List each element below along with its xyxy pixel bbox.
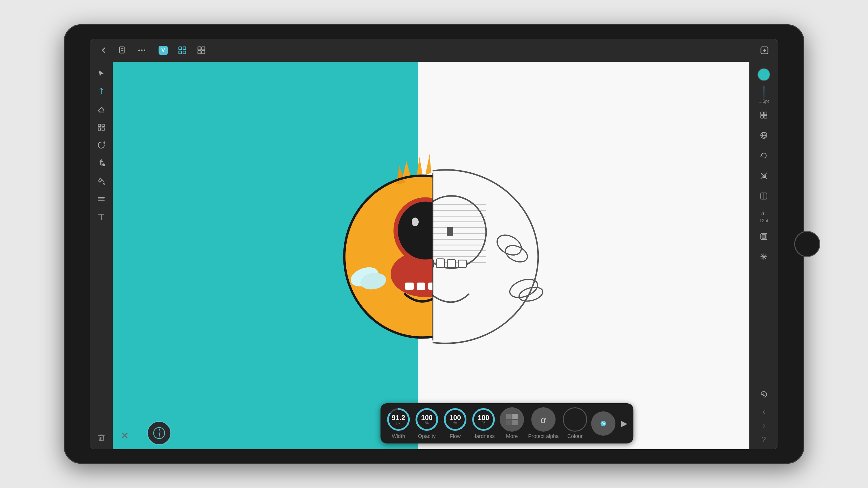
top-toolbar: V [90, 39, 778, 62]
opacity-control[interactable]: 100 % Opacity [414, 408, 439, 440]
svg-rect-38 [416, 283, 425, 290]
width-label: Width [392, 433, 405, 440]
svg-rect-86 [506, 420, 512, 425]
svg-point-41 [412, 218, 418, 226]
svg-rect-23 [98, 128, 101, 130]
svg-rect-37 [405, 283, 414, 290]
svg-rect-9 [183, 47, 186, 50]
right-panel: 1.6pt [749, 62, 778, 449]
adjust-button[interactable] [754, 187, 773, 205]
svg-rect-40 [423, 227, 429, 236]
eraser-tool[interactable] [93, 101, 110, 118]
pen-tool[interactable] [93, 83, 110, 99]
share-button[interactable] [756, 42, 773, 58]
fill-tool[interactable] [93, 155, 110, 171]
home-button[interactable] [794, 231, 820, 257]
svg-rect-85 [512, 414, 518, 419]
canvas-area[interactable]: ✕ [113, 62, 749, 449]
width-ring[interactable]: 91.2 px [386, 408, 410, 432]
select-tool[interactable] [93, 65, 110, 82]
dropper-tool[interactable] [93, 173, 110, 189]
document-button[interactable] [115, 42, 131, 58]
svg-rect-22 [102, 124, 104, 127]
character-artwork [301, 132, 561, 369]
layers-button[interactable] [193, 42, 210, 58]
hardness-ring[interactable]: 100 % [471, 408, 496, 432]
close-brush-button[interactable]: ✕ [121, 430, 129, 441]
svg-rect-10 [179, 51, 181, 54]
protect-alpha-control[interactable]: α Protect alpha [528, 408, 559, 440]
svg-rect-64 [436, 259, 444, 268]
svg-rect-11 [183, 51, 186, 54]
text-style-button[interactable]: a 12pt [754, 207, 773, 226]
svg-rect-25 [101, 162, 102, 165]
flow-control[interactable]: 100 % Flow [443, 408, 467, 440]
svg-text:a: a [761, 210, 764, 216]
brush-toolbar: 91.2 px Width [380, 403, 633, 444]
svg-point-67 [494, 231, 525, 259]
next-arrow: › [763, 421, 765, 430]
svg-point-28 [103, 183, 105, 185]
svg-rect-24 [102, 128, 104, 130]
more-button[interactable] [500, 408, 524, 432]
nav-next-button[interactable]: › [754, 419, 773, 432]
fx-button[interactable] [754, 166, 773, 185]
svg-point-26 [103, 164, 105, 166]
rotate-button[interactable] [754, 146, 773, 165]
text-tool[interactable] [93, 209, 110, 225]
active-brush-indicator[interactable] [147, 421, 171, 445]
svg-point-3 [138, 50, 140, 51]
flow-ring[interactable]: 100 % [443, 408, 467, 432]
brush-size-indicator[interactable]: 1.6pt [754, 86, 773, 104]
svg-rect-90 [764, 112, 767, 115]
text-size-label: 12pt [759, 218, 768, 224]
svg-line-27 [102, 180, 104, 182]
help-label: ? [762, 435, 766, 444]
svg-point-4 [141, 50, 142, 51]
width-control[interactable]: 91.2 px Width [386, 408, 410, 440]
expand-button[interactable]: ▶ [621, 419, 627, 428]
grid-view-button[interactable] [174, 42, 190, 58]
vectornator-logo: V [155, 42, 171, 58]
colour-button[interactable] [563, 408, 587, 432]
colour-label: Colour [567, 433, 583, 440]
nav-prev-button[interactable]: ‹ [754, 405, 773, 418]
current-color-dot[interactable] [757, 68, 770, 81]
svg-point-109 [763, 395, 764, 396]
transform-button[interactable] [754, 248, 773, 266]
grid-tool[interactable] [93, 119, 110, 135]
more-control[interactable]: More [500, 408, 524, 440]
hardness-label: Hardness [472, 433, 495, 440]
protect-alpha-button[interactable]: α [531, 408, 556, 432]
svg-text:V: V [161, 47, 165, 53]
hardness-control[interactable]: 100 % Hardness [471, 408, 496, 440]
svg-rect-66 [458, 260, 466, 268]
prev-arrow: ‹ [763, 407, 765, 416]
svg-rect-92 [764, 116, 767, 118]
layers-right-button[interactable] [754, 106, 773, 124]
help-button[interactable]: ? [754, 433, 773, 446]
opacity-ring[interactable]: 100 % [414, 408, 439, 432]
main-area: ✕ [90, 62, 778, 449]
more-button[interactable] [134, 42, 150, 58]
svg-rect-103 [762, 235, 766, 238]
flow-label: Flow [450, 433, 461, 440]
delete-tool[interactable] [93, 430, 110, 446]
color-selector[interactable] [754, 65, 773, 84]
brush-width-visual [764, 86, 765, 98]
colour-control[interactable]: Colour [563, 408, 587, 440]
back-button[interactable] [95, 42, 112, 58]
svg-rect-14 [198, 51, 201, 54]
brush-library-button[interactable] [754, 126, 773, 144]
layers-left-tool[interactable] [93, 191, 110, 207]
lasso-tool[interactable] [93, 137, 110, 153]
layer-blend-button[interactable] [754, 227, 773, 246]
svg-rect-15 [202, 51, 205, 54]
history-button[interactable] [754, 385, 773, 403]
brush-extra-button[interactable] [591, 412, 615, 436]
protect-alpha-label: Protect alpha [528, 433, 559, 440]
svg-rect-65 [447, 260, 456, 268]
svg-rect-84 [506, 414, 512, 419]
svg-rect-13 [202, 47, 205, 50]
svg-rect-62 [447, 227, 453, 236]
